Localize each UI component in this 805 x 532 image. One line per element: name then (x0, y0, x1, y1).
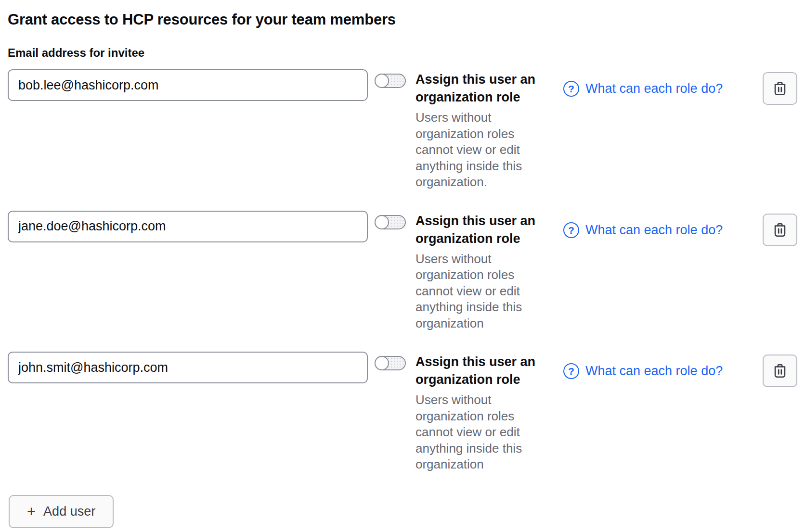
help-circle-icon: ? (563, 363, 579, 379)
help-circle-icon: ? (563, 81, 579, 97)
add-user-button[interactable]: + Add user (9, 495, 114, 528)
email-input[interactable] (8, 352, 368, 383)
add-user-button-label: Add user (43, 504, 95, 519)
toggle-knob (375, 215, 389, 229)
org-role-toggle-label: Assign this user an organization role (415, 212, 543, 248)
invite-users-form: Grant access to HCP resources for your t… (0, 0, 805, 528)
role-help-link[interactable]: ? What can each role do? (563, 222, 742, 238)
org-role-toggle-label: Assign this user an organization role (415, 71, 543, 106)
delete-row-button[interactable] (763, 355, 797, 387)
org-role-description: Users without organization roles cannot … (415, 110, 543, 190)
trash-icon (772, 80, 788, 97)
role-help-link-label: What can each role do? (585, 223, 723, 238)
role-help-link[interactable]: ? What can each role do? (563, 363, 742, 379)
email-input[interactable] (8, 69, 368, 101)
plus-icon: + (27, 504, 36, 519)
invite-row: Assign this user an organization role Us… (8, 69, 797, 190)
org-role-toggle-label: Assign this user an organization role (415, 353, 543, 389)
org-role-text: Assign this user an organization role Us… (415, 352, 543, 473)
org-role-text: Assign this user an organization role Us… (415, 69, 543, 190)
invite-rows: Assign this user an organization role Us… (8, 69, 797, 473)
invite-row: Assign this user an organization role Us… (8, 211, 797, 332)
email-input[interactable] (8, 211, 368, 242)
help-circle-icon: ? (563, 222, 579, 238)
org-role-toggle[interactable] (375, 215, 406, 229)
role-help-link-label: What can each role do? (585, 364, 723, 379)
email-address-label: Email address for invitee (8, 46, 797, 60)
org-role-toggle[interactable] (375, 356, 406, 370)
org-role-toggle[interactable] (375, 74, 406, 88)
invite-row: Assign this user an organization role Us… (8, 352, 797, 473)
role-help-link[interactable]: ? What can each role do? (563, 81, 742, 97)
org-role-description: Users without organization roles cannot … (415, 392, 543, 473)
trash-icon (772, 222, 788, 238)
page-title: Grant access to HCP resources for your t… (8, 11, 797, 29)
delete-row-button[interactable] (763, 214, 797, 246)
org-role-description: Users without organization roles cannot … (415, 251, 543, 332)
org-role-text: Assign this user an organization role Us… (415, 211, 543, 332)
toggle-knob (375, 74, 389, 88)
delete-row-button[interactable] (763, 72, 797, 105)
trash-icon (772, 363, 788, 379)
toggle-knob (375, 356, 389, 370)
role-help-link-label: What can each role do? (585, 81, 723, 96)
